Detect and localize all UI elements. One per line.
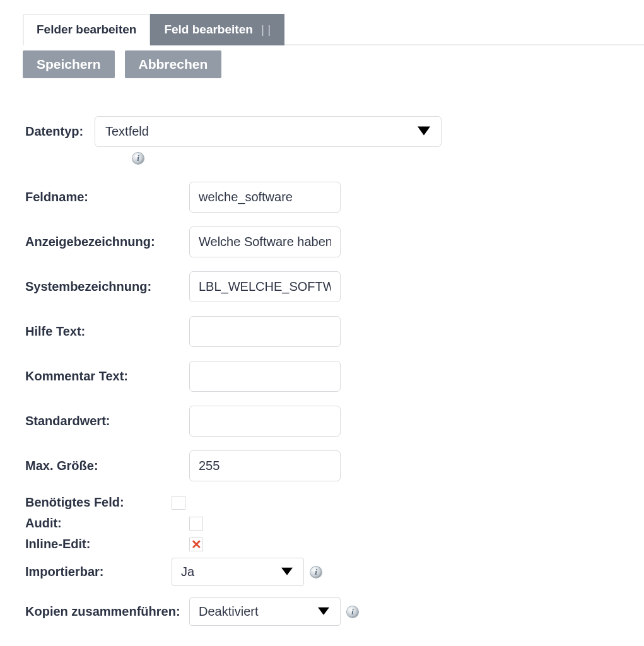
label-importable: Importierbar: — [25, 565, 172, 579]
helptext-input[interactable] — [189, 316, 341, 347]
info-icon[interactable]: i — [310, 567, 322, 578]
commenttext-input[interactable] — [189, 361, 341, 392]
tab-field-edit[interactable]: Feld bearbeiten | | — [150, 14, 284, 45]
label-maxsize: Max. Größe: — [25, 459, 189, 473]
label-inlineedit: Inline-Edit: — [25, 537, 189, 551]
fieldname-input[interactable] — [189, 182, 341, 213]
row-required: Benötigtes Feld: — [25, 495, 644, 510]
cancel-button[interactable]: Abbrechen — [125, 50, 222, 78]
systemlabel-input[interactable] — [189, 271, 341, 302]
select-wrap: Deaktiviert — [189, 597, 341, 626]
row-displaylabel: Anzeigebezeichnung: — [25, 226, 644, 257]
tabs: Felder bearbeiten Feld bearbeiten | | — [23, 13, 644, 45]
required-checkbox[interactable] — [172, 496, 185, 510]
inlineedit-checkbox[interactable]: ✕ — [189, 537, 203, 551]
info-icon[interactable]: i — [132, 153, 144, 164]
row-helptext: Hilfe Text: — [25, 316, 644, 347]
importable-select[interactable]: Ja — [172, 558, 304, 586]
info-row: i — [126, 151, 644, 164]
label-mergecopies: Kopien zusammenführen: — [25, 604, 189, 619]
label-helptext: Hilfe Text: — [25, 324, 189, 339]
label-datatype: Datentyp: — [25, 124, 95, 139]
tab-label: Feld bearbeiten — [164, 23, 252, 36]
close-icon[interactable]: | | — [261, 23, 271, 36]
row-mergecopies: Kopien zusammenführen: Deaktiviert i — [25, 597, 644, 626]
label-audit: Audit: — [25, 516, 189, 531]
toolbar: Speichern Abbrechen — [23, 50, 644, 78]
form: Datentyp: Textfeld i Feldname: Anzeigebe… — [25, 116, 644, 626]
defaultvalue-input[interactable] — [189, 406, 341, 437]
maxsize-input[interactable] — [189, 450, 341, 481]
row-datatype: Datentyp: Textfeld — [25, 116, 644, 147]
label-systemlabel: Systembezeichnung: — [25, 279, 189, 294]
label-displaylabel: Anzeigebezeichnung: — [25, 235, 189, 249]
select-wrap: Textfeld — [95, 116, 442, 147]
displaylabel-input[interactable] — [189, 226, 341, 257]
datatype-select[interactable]: Textfeld — [95, 116, 442, 147]
mergecopies-select[interactable]: Deaktiviert — [189, 597, 341, 626]
row-fieldname: Feldname: — [25, 182, 644, 213]
tab-label: Felder bearbeiten — [37, 23, 136, 36]
row-defaultvalue: Standardwert: — [25, 406, 644, 437]
label-commenttext: Kommentar Text: — [25, 369, 189, 384]
save-button[interactable]: Speichern — [23, 50, 115, 78]
label-required: Benötigtes Feld: — [25, 495, 172, 510]
label-defaultvalue: Standardwert: — [25, 414, 189, 428]
info-icon[interactable]: i — [347, 606, 358, 618]
audit-checkbox[interactable] — [189, 517, 203, 531]
row-audit: Audit: — [25, 516, 644, 531]
row-importable: Importierbar: Ja i — [25, 558, 644, 586]
tab-fields-edit[interactable]: Felder bearbeiten — [23, 14, 150, 45]
select-wrap: Ja — [172, 558, 304, 586]
label-fieldname: Feldname: — [25, 190, 189, 204]
row-commenttext: Kommentar Text: — [25, 361, 644, 392]
row-systemlabel: Systembezeichnung: — [25, 271, 644, 302]
row-maxsize: Max. Größe: — [25, 450, 644, 481]
row-inlineedit: Inline-Edit: ✕ — [25, 537, 644, 551]
